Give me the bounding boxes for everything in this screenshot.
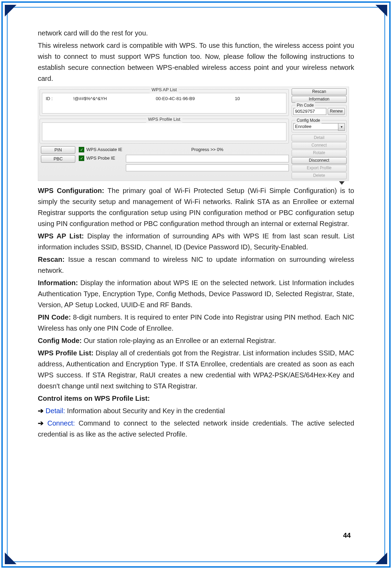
- ap-id: ID :: [42, 95, 70, 103]
- delete-button[interactable]: Delete: [292, 172, 347, 179]
- intro-line: network card will do the rest for you.: [38, 28, 354, 39]
- pin-button[interactable]: PIN: [41, 146, 75, 154]
- ap-list-row[interactable]: ID : !@##$%^&^&YH 00-E0-4C-81-96-B9 10: [42, 93, 286, 114]
- para-config-mode: Config Mode: Our station role-playing as…: [38, 335, 354, 346]
- page-number: 44: [343, 532, 351, 539]
- term-connect: Connect:: [47, 419, 75, 427]
- ap-channel: 10: [231, 95, 259, 103]
- information-button[interactable]: Information: [292, 96, 347, 103]
- config-mode-legend: Config Mode: [295, 117, 322, 124]
- config-mode-value: Enrollee: [293, 123, 338, 130]
- checkbox-probe-ie[interactable]: ✓: [79, 155, 84, 161]
- label-rescan: Rescan:: [38, 256, 68, 263]
- profile-list-legend: WPS Profile List: [146, 116, 183, 123]
- label-wps-profile-list: WPS Profile List:: [38, 349, 96, 357]
- profile-list[interactable]: [42, 122, 286, 141]
- wps-config-screenshot: WPS AP List ID : !@##$%^&^&YH 00-E0-4C-8…: [38, 87, 349, 181]
- text-pin-code: 8-digit numbers. It is required to enter…: [38, 313, 354, 332]
- intro-paragraph: This wireless network card is compatible…: [38, 40, 354, 84]
- ap-bssid: 00-E0-4C-81-96-B9: [152, 95, 231, 103]
- para-information: Information: Display the information abo…: [38, 277, 354, 310]
- renew-button[interactable]: Renew: [328, 108, 345, 115]
- chevron-down-icon[interactable]: ▾: [338, 123, 345, 131]
- probe-ie-label: WPS Probe IE: [86, 155, 115, 162]
- export-profile-button[interactable]: Export Profile: [292, 165, 347, 172]
- pin-code-legend: Pin Code: [295, 102, 315, 109]
- para-wps-ap-list: WPS AP List: Display the information of …: [38, 230, 354, 253]
- bullet-detail: ➔ Detail: Information about Security and…: [38, 405, 354, 416]
- expand-down-icon[interactable]: [339, 181, 345, 185]
- status-log: [126, 164, 289, 171]
- bullet-connect: ➔ Connect: Command to connect to the sel…: [38, 418, 354, 440]
- text-config-mode: Our station role-playing as an Enrollee …: [84, 337, 276, 344]
- config-mode-select[interactable]: Enrollee ▾: [293, 123, 345, 131]
- checkbox-associate-ie[interactable]: ✓: [79, 147, 84, 152]
- pbc-button[interactable]: PBC: [41, 155, 75, 163]
- para-wps-profile-list: WPS Profile List: Display all of credent…: [38, 347, 354, 391]
- label-config-mode: Config Mode:: [38, 337, 84, 344]
- progress-label: Progress >> 0%: [126, 146, 289, 153]
- para-rescan: Rescan: Issue a rescan command to wirele…: [38, 254, 354, 276]
- text-information: Display the information about WPS IE on …: [38, 279, 354, 309]
- label-pin-code: PIN Code:: [38, 313, 73, 321]
- label-wps-ap-list: WPS AP List:: [38, 232, 87, 240]
- detail-button[interactable]: Detail: [292, 135, 347, 141]
- para-wps-configuration: WPS Configuration: The primary goal of W…: [38, 185, 354, 229]
- para-pin-code: PIN Code: 8-digit numbers. It is require…: [38, 312, 354, 334]
- ap-list-legend: WPS AP List: [150, 86, 179, 94]
- text-connect: Command to connect to the selected netwo…: [38, 419, 354, 438]
- term-detail: Detail:: [46, 407, 65, 415]
- rescan-button[interactable]: Rescan: [292, 88, 347, 95]
- pin-code-field[interactable]: 90529757: [293, 108, 326, 115]
- associate-ie-label: WPS Associate IE: [86, 146, 122, 153]
- arrow-icon: ➔: [38, 419, 47, 427]
- ap-ssid: !@##$%^&^&YH: [70, 95, 152, 103]
- rotate-button[interactable]: Rotate: [292, 150, 347, 157]
- text-rescan: Issue a rescan command to wireless NIC t…: [38, 256, 354, 274]
- connect-button[interactable]: Connect: [292, 142, 347, 149]
- label-information: Information:: [38, 279, 80, 287]
- disconnect-button[interactable]: Disconnect: [292, 157, 347, 164]
- control-items-heading: Control items on WPS Profile List:: [38, 393, 354, 404]
- progress-bar: [126, 155, 289, 162]
- text-detail: Information about Security and Key in th…: [65, 407, 225, 415]
- arrow-icon: ➔: [38, 407, 46, 415]
- label-wps-configuration: WPS Configuration:: [38, 187, 108, 194]
